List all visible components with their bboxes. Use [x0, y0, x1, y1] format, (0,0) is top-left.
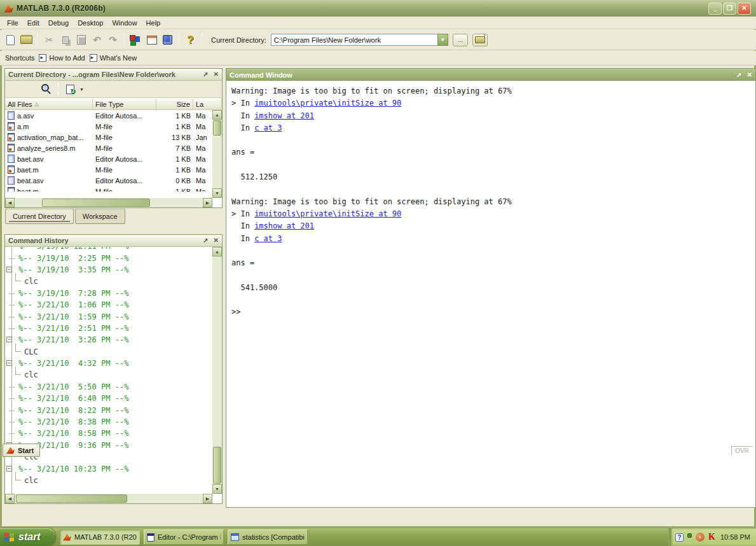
profiler-icon[interactable] [160, 32, 175, 47]
history-entry[interactable]: clc [5, 475, 212, 486]
table-row[interactable]: activation_map_bat...M-file13 KBJan [5, 132, 222, 143]
history-hscrollbar[interactable]: ◀ ▶ [5, 494, 212, 503]
menu-desktop[interactable]: Desktop [73, 18, 107, 28]
scroll-thumb[interactable] [213, 120, 221, 136]
scroll-left-icon[interactable]: ◀ [5, 198, 15, 207]
history-entry[interactable]: %-- 3/21/10 6:40 PM --% [5, 393, 212, 404]
tray-green-icon[interactable] [687, 533, 692, 538]
history-entry[interactable]: %-- 3/19/10 7:28 PM --% [5, 288, 212, 299]
up-one-level-button[interactable] [472, 34, 488, 46]
scroll-down-icon[interactable]: ▼ [212, 484, 222, 494]
paste-icon[interactable] [74, 32, 88, 47]
history-entry[interactable]: %-- 3/19/10 2:25 PM --% [5, 252, 212, 263]
browse-folder-button[interactable]: ... [453, 34, 468, 46]
close-button[interactable]: ✕ [738, 3, 751, 15]
history-entry[interactable]: %-- 3/21/10 2:51 PM --% [5, 323, 212, 334]
undo-icon[interactable] [90, 32, 104, 47]
history-entry[interactable]: %-- 3/21/10 8:38 PM --% [5, 416, 212, 428]
history-entry[interactable]: %-- 3/21/10 8:22 PM --% [5, 404, 212, 416]
current-directory-input[interactable] [271, 34, 437, 46]
history-entry[interactable]: %-- 3/21/10 5:50 PM --% [5, 381, 212, 393]
history-entry[interactable]: %-- 3/21/10 1:59 PM --% [5, 311, 212, 322]
stack-trace-link[interactable]: imuitools\private\initSize at 90 [254, 99, 401, 108]
simulink-icon[interactable] [128, 32, 143, 47]
redo-icon[interactable] [106, 32, 120, 47]
collapse-icon[interactable]: − [6, 466, 12, 472]
undock-icon[interactable]: ➚ [736, 72, 741, 78]
stack-trace-link[interactable]: imshow at 201 [254, 221, 314, 230]
scroll-thumb[interactable] [42, 199, 150, 207]
history-entry[interactable]: CLC [5, 346, 212, 358]
table-row[interactable]: beat.mM-file1 KBMa [5, 186, 222, 192]
matlab-start-button[interactable]: Start [3, 444, 40, 457]
history-entry[interactable]: clc [5, 276, 212, 287]
shortcut-whats-new[interactable]: What's New [90, 54, 137, 62]
table-row[interactable]: baet.asvEditor Autosa...1 KBMa [5, 153, 222, 164]
file-grid-hscrollbar[interactable]: ◀ ▶ [5, 198, 212, 207]
collapse-icon[interactable]: − [6, 267, 12, 272]
menu-window[interactable]: Window [107, 18, 141, 28]
tray-agent-icon[interactable]: ‹ [696, 533, 704, 542]
taskbar-task-matlab[interactable]: MATLAB 7.3.0 (R200... [60, 529, 140, 545]
stack-trace-link[interactable]: c at 3 [254, 123, 282, 132]
taskbar-task-doc[interactable]: statistics [Compatibilit... [228, 529, 308, 545]
open-icon[interactable] [19, 32, 34, 47]
scroll-right-icon[interactable]: ▶ [203, 494, 212, 503]
menu-debug[interactable]: Debug [44, 18, 73, 28]
folder-new-icon[interactable] [24, 83, 38, 96]
column-file-type[interactable]: File Type [93, 99, 156, 109]
minimize-button[interactable]: _ [708, 3, 722, 15]
taskbar-task-editor[interactable]: Editor - C:\Program Fi... [144, 529, 224, 545]
combo-dropdown-icon[interactable]: ▼ [437, 34, 448, 46]
scroll-right-icon[interactable]: ▶ [203, 198, 212, 207]
new-doc-icon[interactable] [3, 32, 18, 47]
column-all-files[interactable]: All Files△ [5, 99, 93, 109]
close-panel-icon[interactable]: ✕ [214, 237, 219, 244]
undock-icon[interactable]: ➚ [203, 71, 208, 78]
tray-help-icon[interactable]: ? [675, 533, 684, 542]
stack-trace-link[interactable]: imuitools\private\initSize at 90 [254, 209, 401, 218]
table-row[interactable]: analyze_series8.mM-file7 KBMa [5, 143, 222, 153]
help-icon[interactable] [183, 32, 198, 47]
history-entry[interactable]: %-- 3/19/10 12:11 PM --% [5, 247, 212, 252]
guide-icon[interactable] [144, 32, 159, 47]
tab-workspace[interactable]: Workspace [75, 209, 125, 224]
scroll-thumb[interactable] [16, 494, 127, 503]
history-entry[interactable]: −%-- 3/21/10 4:32 PM --% [5, 358, 212, 369]
collapse-icon[interactable]: − [6, 360, 12, 366]
restore-button[interactable]: ❐ [723, 3, 736, 15]
history-entry[interactable]: −%-- 3/21/10 3:26 PM --% [5, 334, 212, 346]
history-entry[interactable]: clc [5, 369, 212, 381]
column-size[interactable]: Size [156, 99, 193, 109]
close-panel-icon[interactable]: ✕ [214, 71, 219, 78]
menu-help[interactable]: Help [142, 18, 165, 28]
stack-trace-link[interactable]: c at 3 [254, 234, 282, 243]
table-row[interactable]: a.mM-file1 KBMa [5, 121, 222, 132]
close-panel-icon[interactable]: ✕ [747, 72, 752, 78]
scroll-left-icon[interactable]: ◀ [5, 494, 15, 503]
history-entry[interactable]: %-- 3/21/10 1:06 PM --% [5, 299, 212, 311]
menu-edit[interactable]: Edit [23, 18, 44, 28]
refresh-icon[interactable] [63, 83, 77, 96]
collapse-icon[interactable]: − [6, 337, 12, 342]
copy-icon[interactable] [58, 32, 72, 47]
folder-up-icon[interactable] [8, 83, 22, 96]
table-row[interactable]: a.asvEditor Autosa...1 KBMa [5, 110, 222, 121]
scroll-down-icon[interactable]: ▼ [212, 188, 222, 198]
history-entry[interactable]: −%-- 3/21/10 10:23 PM --% [5, 463, 212, 474]
windows-start-button[interactable]: start [0, 528, 55, 546]
menu-file[interactable]: File [3, 18, 23, 28]
column-last-modified[interactable]: La [193, 99, 222, 109]
history-entry[interactable]: %-- 3/21/10 8:58 PM --% [5, 428, 212, 439]
history-entry[interactable]: −%-- 3/19/10 3:35 PM --% [5, 264, 212, 276]
shortcut-how-to-add[interactable]: How to Add [39, 54, 85, 62]
cut-icon[interactable] [42, 32, 57, 47]
table-row[interactable]: baet.mM-file1 KBMa [5, 164, 222, 175]
undock-icon[interactable]: ➚ [203, 237, 208, 244]
tray-kaspersky-icon[interactable]: K [708, 532, 715, 542]
chevron-down-icon[interactable]: ▼ [79, 87, 84, 92]
table-row[interactable]: beat.asvEditor Autosa...0 KBMa [5, 175, 222, 186]
file-grid-vscrollbar[interactable]: ▲ ▼ [212, 110, 222, 198]
scroll-up-icon[interactable]: ▲ [212, 247, 222, 256]
stack-trace-link[interactable]: imshow at 201 [254, 111, 314, 120]
